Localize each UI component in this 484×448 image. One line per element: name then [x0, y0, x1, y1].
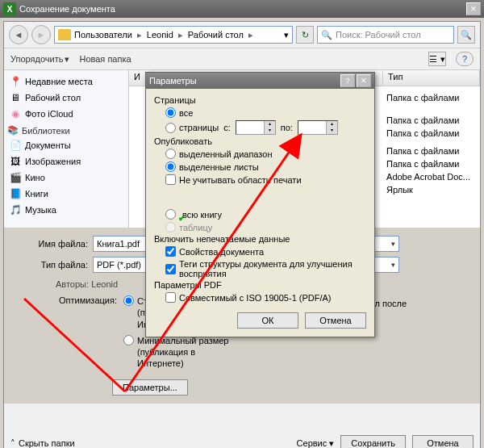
sidebar-item-music[interactable]: 🎵Музыка	[6, 202, 127, 218]
forward-button[interactable]: ►	[31, 25, 51, 44]
radio-selected-sheets[interactable]: выделенные листы	[165, 161, 366, 172]
optimization-label: Оптимизация:	[56, 295, 117, 305]
picture-icon: 🖼	[9, 155, 22, 168]
tools-button[interactable]: Сервис ▾	[297, 438, 335, 449]
checkbox-doc-props[interactable]: Свойства документа	[165, 246, 366, 257]
search-go-button[interactable]: 🔍	[457, 26, 475, 44]
refresh-button[interactable]: ↻	[296, 26, 314, 44]
to-spinner[interactable]: ▴▾	[298, 120, 338, 135]
sidebar-item-icloud[interactable]: ◉Фото iCloud	[6, 106, 127, 122]
filetype-label: Тип файла:	[15, 260, 88, 270]
search-icon: 🔍	[321, 30, 332, 40]
save-button[interactable]: Сохранить	[340, 435, 406, 448]
column-type[interactable]: Тип	[383, 70, 480, 86]
cancel-button[interactable]: Отмена	[305, 312, 366, 329]
chevron-down-icon: ▾	[65, 54, 69, 65]
document-icon: 📄	[9, 139, 22, 152]
chevron-right-icon: ▸	[248, 30, 253, 40]
radio-pages[interactable]: страницы	[165, 123, 219, 133]
folder-icon	[58, 29, 71, 40]
music-icon: 🎵	[9, 203, 22, 216]
book-icon: 📘	[9, 187, 22, 200]
dialog-body: ◄ ► Пользователи ▸ Leonid ▸ Рабочий стол…	[3, 21, 481, 448]
breadcrumb-part[interactable]: Leonid	[147, 30, 173, 40]
sidebar-header-libraries[interactable]: 📚Библиотеки	[6, 122, 127, 137]
recent-icon: 📍	[9, 75, 22, 88]
radio-all[interactable]: все	[165, 107, 366, 118]
window-titlebar: X Сохранение документа ✕	[0, 0, 484, 18]
desktop-icon: 🖥	[9, 91, 22, 104]
close-button[interactable]: ✕	[357, 74, 371, 87]
filename-label: Имя файла:	[15, 239, 88, 249]
radio-whole-book[interactable]: всю книгу	[165, 209, 366, 220]
breadcrumb-part[interactable]: Рабочий стол	[188, 30, 244, 40]
new-folder-button[interactable]: Новая папка	[79, 54, 131, 64]
chevron-down-icon[interactable]: ▾	[391, 261, 395, 269]
app-icon: X	[3, 2, 16, 15]
breadcrumb-part[interactable]: Пользователи	[74, 30, 132, 40]
address-bar[interactable]: Пользователи ▸ Leonid ▸ Рабочий стол ▸ ▾	[54, 26, 293, 44]
organize-button[interactable]: Упорядочить ▾	[10, 54, 69, 65]
sidebar-item-documents[interactable]: 📄Документы	[6, 137, 127, 153]
group-include: Включить непечатаемые данные	[154, 234, 366, 244]
list-item[interactable]: Папка с файлами	[382, 157, 475, 170]
group-publish: Опубликовать	[154, 136, 366, 146]
sidebar: 📍Недавние места 🖥Рабочий стол ◉Фото iClo…	[4, 70, 129, 228]
list-item[interactable]: Папка с файлами	[382, 144, 475, 157]
radio-selected-range[interactable]: выделенный диапазон	[165, 149, 366, 159]
parameters-title: Параметры	[149, 76, 197, 86]
to-label: по:	[281, 123, 293, 132]
radio-minimum[interactable]: Минимальный размер (публикация в Интерне…	[123, 335, 242, 370]
close-button[interactable]: ✕	[466, 2, 481, 15]
video-icon: 🎬	[9, 171, 22, 184]
help-button[interactable]: ?	[456, 52, 474, 66]
list-item[interactable]: Ярлык	[382, 183, 475, 196]
dropdown-icon[interactable]: ▾	[284, 30, 289, 40]
search-placeholder: Поиск: Рабочий стол	[336, 30, 421, 40]
parameters-dialog: Параметры ? ✕ Страницы все страницы с: ▴…	[145, 72, 375, 337]
hide-folders-button[interactable]: ˄ Скрыть папки	[10, 438, 75, 449]
parameters-button[interactable]: Параметры...	[112, 379, 188, 396]
chevron-up-icon: ˄	[10, 438, 15, 449]
checkbox-iso-compat[interactable]: Совместимый с ISO 19005-1 (PDF/A)	[165, 292, 366, 303]
list-item[interactable]: Папка с файлами	[382, 91, 475, 104]
checkbox-ignore-print-areas[interactable]: Не учитывать области печати	[165, 174, 366, 185]
authors-label: Авторы: Leonid	[56, 279, 118, 289]
parameters-titlebar: Параметры ? ✕	[146, 73, 374, 89]
dialog-footer: ˄ Скрыть папки Сервис ▾ Сохранить Отмена	[10, 435, 474, 448]
checkbox-doc-tags[interactable]: Теги структуры документа для улучшения в…	[165, 259, 366, 278]
search-input[interactable]: 🔍 Поиск: Рабочий стол	[317, 26, 454, 44]
group-pdf-params: Параметры PDF	[154, 280, 366, 290]
chevron-right-icon: ▸	[137, 30, 142, 40]
cloud-icon: ◉	[9, 107, 22, 120]
view-button[interactable]: ☰ ▾	[428, 52, 446, 66]
nav-bar: ◄ ► Пользователи ▸ Leonid ▸ Рабочий стол…	[4, 22, 480, 48]
chevron-right-icon: ▸	[178, 30, 183, 40]
sidebar-item-pictures[interactable]: 🖼Изображения	[6, 153, 127, 170]
sidebar-item-desktop[interactable]: 🖥Рабочий стол	[6, 90, 127, 106]
sidebar-item-recent[interactable]: 📍Недавние места	[6, 73, 127, 90]
sidebar-header-homegroup[interactable]: 👥Домашняя группа	[6, 226, 127, 228]
toolbar: Упорядочить ▾ Новая папка ☰ ▾ ?	[4, 48, 480, 70]
cancel-button[interactable]: Отмена	[412, 435, 474, 448]
list-item[interactable]: Папка с файлами	[382, 114, 475, 127]
help-button[interactable]: ?	[340, 74, 355, 87]
from-spinner[interactable]: ▴▾	[236, 120, 276, 135]
sidebar-item-video[interactable]: 🎬Кино	[6, 170, 127, 186]
from-label: с:	[223, 123, 231, 132]
group-pages: Страницы	[154, 95, 366, 105]
chevron-down-icon[interactable]: ▾	[391, 240, 395, 248]
library-icon: 📚	[7, 125, 19, 136]
back-button[interactable]: ◄	[9, 25, 28, 44]
list-item[interactable]: Папка с файлами	[382, 127, 475, 140]
window-title: Сохранение документа	[19, 4, 465, 14]
list-item[interactable]: Adobe Acrobat Doc...	[382, 170, 475, 183]
ok-button[interactable]: ОК	[237, 312, 298, 329]
sidebar-item-books[interactable]: 📘Книги	[6, 186, 127, 202]
radio-table: таблицу	[165, 222, 366, 232]
